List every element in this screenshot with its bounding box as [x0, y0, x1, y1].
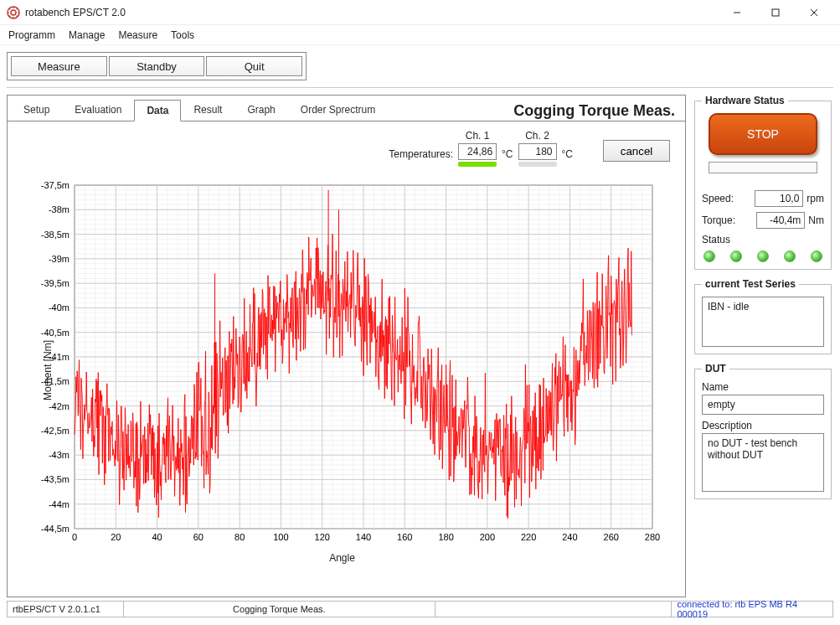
svg-text:220: 220	[521, 532, 536, 542]
quit-button[interactable]: Quit	[206, 56, 302, 76]
temperatures-label: Temperatures:	[389, 148, 453, 160]
dut-name-value: empty	[702, 395, 824, 415]
menu-manage[interactable]: Manage	[69, 29, 105, 41]
led-5-icon	[811, 251, 822, 262]
tab-order-spectrum[interactable]: Order Sprectrum	[288, 99, 388, 121]
tab-result[interactable]: Result	[181, 99, 234, 121]
svg-text:-43,5m: -43,5m	[41, 474, 70, 484]
svg-text:100: 100	[273, 532, 288, 542]
dut-desc-value: no DUT - test bench without DUT	[702, 433, 824, 492]
ch1-unit: °C	[502, 148, 513, 160]
toolbar: Measure Standby Quit	[0, 45, 840, 87]
app-icon	[7, 6, 20, 19]
svg-text:-38m: -38m	[49, 204, 70, 214]
svg-text:20: 20	[111, 532, 121, 542]
test-series-heading: current Test Series	[702, 278, 799, 290]
ch2-value: 180	[518, 143, 557, 160]
torque-unit: Nm	[808, 214, 824, 226]
svg-text:-38,5m: -38,5m	[41, 230, 70, 240]
led-3-icon	[757, 251, 769, 262]
test-series-panel: current Test Series IBN - idle	[694, 278, 832, 354]
svg-text:140: 140	[356, 532, 371, 542]
minimize-button[interactable]	[718, 0, 756, 25]
svg-text:-42m: -42m	[49, 401, 70, 411]
chart-canvas[interactable]: 020406080100120140160180200220240260280-…	[16, 177, 661, 554]
speed-label: Speed:	[702, 193, 734, 204]
hardware-status-heading: Hardware Status	[702, 95, 788, 106]
progress-bar	[709, 162, 817, 173]
status-middle: Cogging Torque Meas.	[124, 602, 435, 617]
tab-setup[interactable]: Setup	[11, 99, 62, 121]
status-label: Status	[702, 234, 824, 245]
svg-text:60: 60	[193, 532, 204, 542]
ch1-label: Ch. 1	[466, 130, 490, 142]
svg-text:-44,5m: -44,5m	[41, 524, 70, 534]
svg-rect-2	[772, 9, 779, 16]
svg-text:-39m: -39m	[49, 254, 70, 264]
test-series-value: IBN - idle	[702, 297, 824, 347]
stop-button[interactable]: STOP	[709, 113, 817, 155]
torque-value: -40,4m	[756, 212, 805, 229]
svg-text:120: 120	[315, 532, 330, 542]
ch1-value: 24,86	[458, 143, 497, 160]
svg-text:-40,5m: -40,5m	[41, 328, 70, 338]
svg-text:200: 200	[480, 532, 495, 542]
svg-text:260: 260	[604, 532, 619, 542]
ch2-unit: °C	[562, 148, 573, 160]
svg-text:0: 0	[72, 532, 77, 542]
cogging-torque-chart[interactable]: Moment [Nm] 0204060801001201401601802002…	[16, 177, 668, 564]
tab-evaluation[interactable]: Evaluation	[62, 99, 134, 121]
maximize-button[interactable]	[756, 0, 795, 25]
svg-text:80: 80	[234, 532, 245, 542]
ch1-indicator	[458, 162, 497, 167]
status-version: rtbEPS/CT V 2.0.1.c1	[8, 602, 124, 617]
svg-text:180: 180	[438, 532, 453, 542]
menubar: Programm Manage Measure Tools	[0, 25, 840, 45]
speed-unit: rpm	[807, 193, 824, 204]
statusbar: rtbEPS/CT V 2.0.1.c1 Cogging Torque Meas…	[7, 601, 833, 617]
svg-text:-40m: -40m	[49, 302, 70, 312]
x-axis-label: Angle	[16, 552, 668, 564]
y-axis-label: Moment [Nm]	[42, 340, 54, 400]
status-leds	[702, 251, 824, 262]
svg-text:280: 280	[645, 532, 660, 542]
dut-heading: DUT	[702, 363, 729, 374]
svg-text:-39,5m: -39,5m	[41, 278, 70, 288]
tab-graph[interactable]: Graph	[234, 99, 287, 121]
svg-text:160: 160	[397, 532, 412, 542]
standby-button[interactable]: Standby	[109, 56, 205, 76]
svg-text:40: 40	[152, 532, 162, 542]
panel-title: Cogging Torque Meas.	[513, 102, 675, 120]
speed-value: 10,0	[755, 190, 803, 207]
svg-text:-44m: -44m	[49, 499, 70, 509]
dut-name-label: Name	[702, 381, 824, 393]
led-4-icon	[784, 251, 796, 262]
svg-point-1	[11, 10, 16, 15]
led-2-icon	[730, 251, 742, 262]
menu-tools[interactable]: Tools	[171, 29, 194, 41]
led-1-icon	[703, 251, 715, 262]
svg-text:240: 240	[562, 532, 577, 542]
hardware-status-panel: Hardware Status STOP Speed: 10,0 rpm Tor…	[694, 95, 832, 270]
measure-button[interactable]: Measure	[11, 56, 107, 76]
ch2-label: Ch. 2	[525, 130, 549, 142]
left-panel: Cogging Torque Meas. Setup Evaluation Da…	[7, 95, 686, 597]
status-connected: connected to: rtb EPS MB R4 000019	[672, 602, 832, 617]
titlebar: rotabench EPS/CT 2.0	[0, 0, 840, 25]
dut-panel: DUT Name empty Description no DUT - test…	[694, 363, 832, 499]
cancel-button[interactable]: cancel	[603, 140, 670, 162]
torque-label: Torque:	[702, 214, 735, 226]
close-button[interactable]	[795, 0, 833, 25]
ch2-indicator	[518, 162, 557, 167]
tab-data[interactable]: Data	[134, 100, 181, 121]
dut-desc-label: Description	[702, 420, 824, 431]
svg-text:-43m: -43m	[49, 450, 70, 460]
window-title: rotabench EPS/CT 2.0	[25, 7, 126, 18]
svg-text:-37,5m: -37,5m	[41, 180, 70, 190]
menu-measure[interactable]: Measure	[118, 29, 157, 41]
svg-text:-42,5m: -42,5m	[41, 426, 70, 436]
temperatures-row: Temperatures: Ch. 1 24,86 °C Ch. 2 180 °…	[8, 121, 685, 168]
menu-programm[interactable]: Programm	[8, 29, 55, 41]
